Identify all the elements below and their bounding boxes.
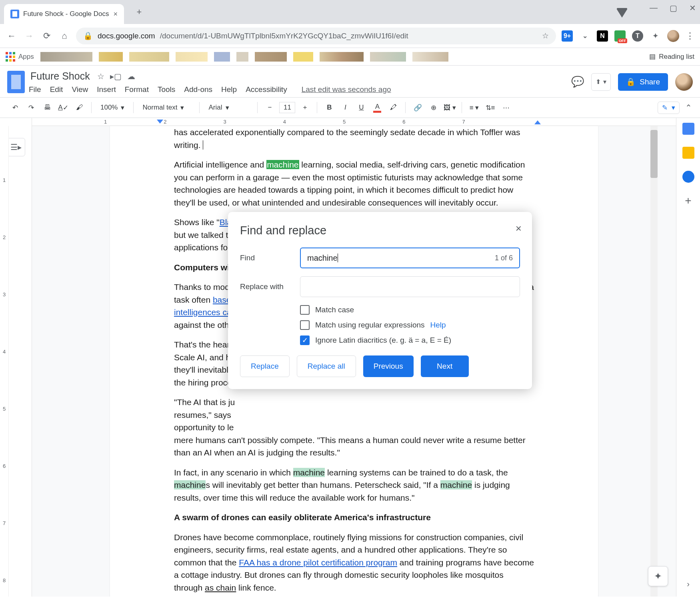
link[interactable]: intelligences ca bbox=[174, 307, 232, 317]
indent-marker-right-icon[interactable] bbox=[534, 120, 541, 124]
redo-button[interactable]: ↷ bbox=[24, 100, 38, 115]
text-color-button[interactable]: A bbox=[370, 100, 384, 115]
bookmark-folder[interactable] bbox=[255, 52, 287, 62]
menu-edit[interactable]: Edit bbox=[50, 85, 63, 94]
back-button[interactable]: ← bbox=[6, 30, 18, 42]
extension-off-icon[interactable]: OFF bbox=[614, 30, 626, 42]
collapse-toolbar-button[interactable]: ⌃ bbox=[685, 103, 692, 112]
regex-checkbox[interactable] bbox=[300, 320, 310, 330]
bookmark-folder[interactable] bbox=[129, 52, 169, 62]
address-bar[interactable]: 🔒 docs.google.com/document/d/1-UBmUWgTlT… bbox=[76, 28, 556, 44]
editing-mode-button[interactable]: ✎▾ bbox=[658, 102, 680, 114]
keep-icon[interactable] bbox=[682, 147, 694, 159]
add-addon-icon[interactable]: + bbox=[682, 195, 694, 207]
paint-format-button[interactable]: 🖌 bbox=[72, 100, 86, 115]
bookmark-folder[interactable] bbox=[320, 52, 364, 62]
insert-link-button[interactable]: 🔗 bbox=[410, 100, 425, 115]
reading-list-button[interactable]: ▤ Reading list bbox=[649, 52, 694, 61]
font-size-input[interactable]: 11 bbox=[279, 102, 295, 113]
close-tab-icon[interactable]: × bbox=[113, 10, 118, 18]
outline-toggle-button[interactable]: ☰▸ bbox=[7, 138, 25, 156]
profile-avatar[interactable] bbox=[667, 30, 679, 42]
bookmark-folder[interactable] bbox=[370, 52, 406, 62]
print-button[interactable]: 🖶 bbox=[40, 100, 54, 115]
highlight-button[interactable]: 🖍 bbox=[386, 100, 400, 115]
bookmark-folder[interactable] bbox=[99, 52, 123, 62]
calendar-icon[interactable] bbox=[682, 123, 694, 135]
match-case-checkbox[interactable] bbox=[300, 305, 310, 315]
cloud-saved-icon[interactable]: ☁ bbox=[127, 72, 135, 81]
previous-button[interactable]: Previous bbox=[363, 355, 414, 377]
apps-button[interactable]: Apps bbox=[6, 52, 34, 62]
decrease-font-button[interactable]: − bbox=[262, 100, 277, 115]
italic-button[interactable]: I bbox=[338, 100, 352, 115]
bookmark-folder[interactable] bbox=[214, 52, 230, 62]
star-icon[interactable]: ☆ bbox=[97, 72, 104, 81]
move-icon[interactable]: ▸▢ bbox=[110, 72, 122, 81]
docs-home-icon[interactable] bbox=[7, 71, 25, 93]
home-button[interactable]: ⌂ bbox=[58, 30, 70, 42]
menu-help[interactable]: Help bbox=[221, 85, 237, 94]
comments-icon[interactable]: 💬 bbox=[571, 76, 584, 88]
menu-accessibility[interactable]: Accessibility bbox=[246, 85, 287, 94]
explore-button[interactable]: ✦ bbox=[648, 566, 668, 586]
regex-help-link[interactable]: Help bbox=[430, 321, 446, 329]
reload-button[interactable]: ⟳ bbox=[41, 30, 53, 42]
find-input[interactable]: machine 1 of 6 bbox=[300, 248, 520, 268]
bookmark-folder[interactable] bbox=[293, 52, 313, 62]
spellcheck-button[interactable]: A✓ bbox=[56, 100, 70, 115]
replace-button[interactable]: Replace bbox=[240, 355, 290, 377]
browser-tab[interactable]: Future Shock - Google Docs × bbox=[4, 4, 124, 24]
vertical-scrollbar[interactable] bbox=[650, 126, 658, 597]
forward-button[interactable]: → bbox=[23, 30, 35, 42]
close-dialog-icon[interactable]: × bbox=[516, 222, 522, 235]
more-button[interactable]: ⋯ bbox=[499, 100, 513, 115]
minimize-icon[interactable]: — bbox=[650, 3, 658, 13]
close-window-icon[interactable]: ✕ bbox=[689, 3, 696, 13]
indent-marker-left-icon[interactable] bbox=[157, 120, 163, 124]
style-select[interactable]: Normal text ▾ bbox=[138, 104, 194, 112]
extension-n-icon[interactable]: N bbox=[597, 30, 608, 42]
profile-indicator-icon[interactable] bbox=[616, 6, 628, 18]
insert-comment-button[interactable]: ⊕ bbox=[426, 100, 441, 115]
link[interactable]: FAA has a drone pilot certification prog… bbox=[239, 558, 397, 567]
bookmark-folder[interactable] bbox=[40, 52, 92, 62]
menu-view[interactable]: View bbox=[72, 85, 88, 94]
increase-font-button[interactable]: + bbox=[298, 100, 312, 115]
zoom-select[interactable]: 100% ▾ bbox=[96, 104, 128, 112]
document-title[interactable]: Future Shock bbox=[29, 70, 92, 83]
bookmark-folder[interactable] bbox=[412, 52, 448, 62]
line-spacing-button[interactable]: ⇅≡ bbox=[483, 100, 497, 115]
pocket-icon[interactable]: ⌄ bbox=[579, 30, 590, 42]
replace-input[interactable] bbox=[300, 276, 520, 297]
new-tab-button[interactable]: + bbox=[132, 5, 146, 19]
bookmark-folder[interactable] bbox=[176, 52, 208, 62]
align-button[interactable]: ≡ ▾ bbox=[467, 100, 481, 115]
extensions-puzzle-icon[interactable]: ✦ bbox=[650, 30, 661, 42]
bold-button[interactable]: B bbox=[322, 100, 336, 115]
menu-file[interactable]: File bbox=[29, 85, 41, 94]
horizontal-ruler[interactable]: 1234567 bbox=[32, 118, 676, 126]
tasks-icon[interactable] bbox=[682, 171, 694, 183]
menu-format[interactable]: Format bbox=[125, 85, 149, 94]
account-avatar[interactable] bbox=[675, 73, 693, 91]
menu-addons[interactable]: Add-ons bbox=[184, 85, 212, 94]
extension-icon[interactable]: 9+ bbox=[562, 30, 573, 42]
share-button[interactable]: 🔒Share bbox=[618, 73, 668, 91]
underline-button[interactable]: U bbox=[354, 100, 368, 115]
undo-button[interactable]: ↶ bbox=[8, 100, 22, 115]
insert-image-button[interactable]: 🖼 ▾ bbox=[442, 100, 457, 115]
browser-menu-icon[interactable]: ⋮ bbox=[686, 31, 694, 41]
menu-insert[interactable]: Insert bbox=[97, 85, 116, 94]
extension-t-icon[interactable]: T bbox=[632, 30, 643, 42]
menu-tools[interactable]: Tools bbox=[158, 85, 175, 94]
hide-side-panel-icon[interactable]: › bbox=[687, 579, 690, 589]
diacritics-checkbox[interactable]: ✓ bbox=[300, 335, 310, 345]
next-button[interactable]: Next bbox=[421, 355, 469, 377]
last-edit-link[interactable]: Last edit was seconds ago bbox=[302, 85, 391, 94]
font-select[interactable]: Arial ▾ bbox=[204, 104, 252, 112]
bookmark-folder[interactable] bbox=[236, 52, 248, 62]
maximize-icon[interactable]: ▢ bbox=[670, 3, 677, 13]
bookmark-star-icon[interactable]: ☆ bbox=[542, 31, 549, 40]
present-button[interactable]: ⬆▾ bbox=[591, 73, 611, 91]
